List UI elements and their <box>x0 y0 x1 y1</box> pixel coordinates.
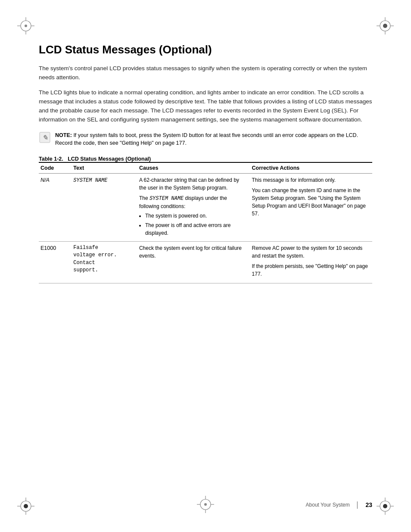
intro-paragraph-1: The system's control panel LCD provides … <box>39 64 372 82</box>
table-row: N/A SYSTEM NAME A 62-character string th… <box>39 174 372 242</box>
table-body: N/A SYSTEM NAME A 62-character string th… <box>39 174 372 283</box>
col-header-actions: Corrective Actions <box>250 162 372 174</box>
table-header: Code Text Causes Corrective Actions <box>39 162 372 174</box>
footer-divider: │ <box>356 501 360 508</box>
row1-code: N/A <box>39 174 72 242</box>
col-header-text: Text <box>72 162 137 174</box>
row1-actions: This message is for information only. Yo… <box>250 174 372 242</box>
list-item: The power is off and active errors are d… <box>145 221 247 237</box>
col-header-code: Code <box>39 162 72 174</box>
footer-page-number: 23 <box>365 501 372 508</box>
note-icon: ✎ <box>39 131 51 143</box>
row2-code: E1000 <box>39 242 72 283</box>
table-title: Table 1-2. LCD Status Messages (Optional… <box>39 156 372 162</box>
note-body: If your system fails to boot, press the … <box>55 132 358 146</box>
list-item: The system is powered on. <box>145 212 247 220</box>
page-title: LCD Status Messages (Optional) <box>39 43 372 56</box>
lcd-status-table: Code Text Causes Corrective Actions N/A … <box>39 162 372 283</box>
footer-section: About Your System │ 23 <box>306 501 372 508</box>
svg-point-7 <box>383 24 387 28</box>
row2-text: Failsafe voltage error. Contact support. <box>72 242 137 283</box>
svg-text:✎: ✎ <box>42 134 48 141</box>
row1-causes: A 62-character string that can be define… <box>137 174 250 242</box>
note-box: ✎ NOTE: If your system fails to boot, pr… <box>39 131 372 148</box>
intro-paragraph-2: The LCD lights blue to indicate a normal… <box>39 88 372 124</box>
note-label: NOTE: <box>55 132 72 138</box>
note-text: NOTE: If your system fails to boot, pres… <box>55 131 372 148</box>
page: LCD Status Messages (Optional) The syste… <box>0 0 411 532</box>
corner-mark-tr <box>377 17 394 34</box>
row2-actions: Remove AC power to the system for 10 sec… <box>250 242 372 283</box>
col-header-causes: Causes <box>137 162 250 174</box>
table-row: E1000 Failsafe voltage error. Contact su… <box>39 242 372 283</box>
footer-section-label: About Your System <box>306 502 350 508</box>
corner-mark-tl <box>17 17 34 34</box>
svg-point-1 <box>25 25 27 27</box>
main-content: LCD Status Messages (Optional) The syste… <box>39 43 372 283</box>
row2-causes: Check the system event log for critical … <box>137 242 250 283</box>
page-footer: About Your System │ 23 <box>0 501 411 508</box>
row1-text: SYSTEM NAME <box>72 174 137 242</box>
